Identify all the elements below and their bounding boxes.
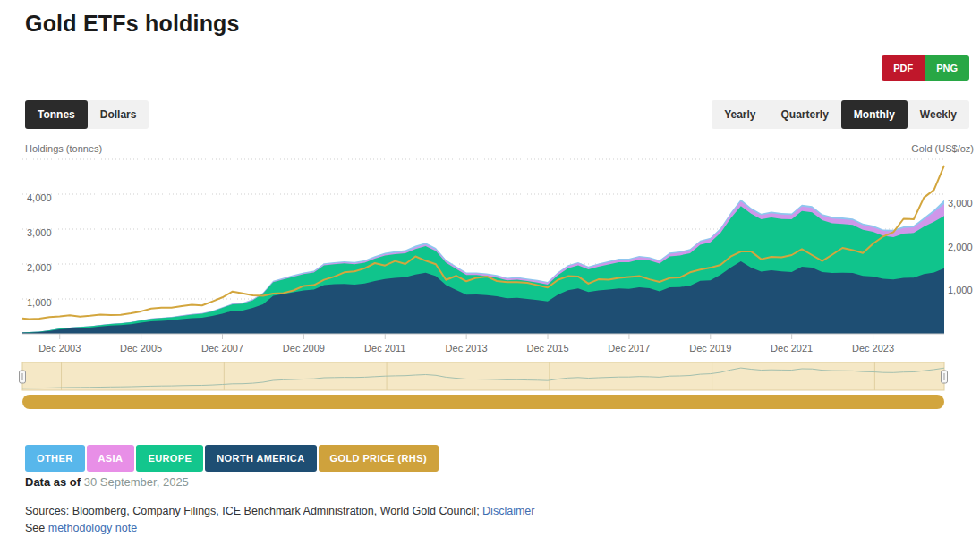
x-axis-tick-label: Dec 2007 [201,343,243,354]
unit-toggle: Tonnes Dollars [25,100,149,129]
frequency-toggle: Yearly Quarterly Monthly Weekly [712,100,969,129]
legend-item-europe[interactable]: EUROPE [136,445,203,472]
legend-item-other[interactable]: OTHER [25,445,85,472]
legend-item-gold-price[interactable]: GOLD PRICE (RHS) [319,445,439,472]
chart-legend: OTHER ASIA EUROPE NORTH AMERICA GOLD PRI… [25,445,439,472]
left-axis-tick-label: 1,000 [27,297,52,308]
toggle-weekly[interactable]: Weekly [908,100,969,129]
toggle-quarterly[interactable]: Quarterly [769,100,841,129]
x-axis-tick-label: Dec 2011 [364,343,405,354]
x-axis-tick-label: Dec 2005 [120,343,162,354]
x-axis-tick-label: Dec 2013 [446,343,488,354]
disclaimer-link[interactable]: Disclaimer [482,505,534,517]
data-as-of-label: Data as of [25,475,84,489]
right-axis-tick-label: 3,000 [948,198,973,209]
area-north-america [22,261,944,334]
x-axis-tick-label: Dec 2021 [771,343,813,354]
toggle-tonnes[interactable]: Tonnes [25,100,88,129]
right-axis-tick-label: 1,000 [948,285,973,295]
data-as-of-line: Data as of 30 September, 2025 [25,475,189,489]
x-axis-tick-label: Dec 2017 [608,343,650,354]
right-axis-tick-label: 2,000 [948,242,973,252]
see-text: See [25,522,48,534]
export-buttons: PDF PNG [882,55,969,81]
methodology-note-link[interactable]: methodology note [48,522,137,534]
gold-etfs-holdings-page: Gold ETFs holdings PDF PNG Tonnes Dollar… [0,0,980,537]
sources-text: Sources: Bloomberg, Company Filings, ICE… [25,505,482,517]
left-axis-tick-label: 4,000 [27,192,52,203]
export-pdf-button[interactable]: PDF [882,55,925,81]
data-as-of-date: 30 September, 2025 [84,475,189,489]
toggle-monthly[interactable]: Monthly [841,100,908,129]
toggle-yearly[interactable]: Yearly [712,100,768,129]
chart-scrollbar[interactable] [22,395,944,409]
methodology-line: See methodology note [25,522,137,534]
x-axis-tick-label: Dec 2003 [38,343,81,354]
left-axis-tick-label: 2,000 [27,262,52,273]
export-png-button[interactable]: PNG [925,55,969,81]
left-axis-title: Holdings (tonnes) [25,143,102,154]
legend-item-north-america[interactable]: NORTH AMERICA [205,445,316,472]
sources-line: Sources: Bloomberg, Company Filings, ICE… [25,505,534,517]
x-axis-tick-label: Dec 2023 [852,343,894,354]
x-axis-tick-label: Dec 2009 [283,343,325,354]
right-axis-title: Gold (US$/oz) [911,143,974,154]
toggle-dollars[interactable]: Dollars [88,100,149,129]
legend-item-asia[interactable]: ASIA [87,445,135,472]
x-axis-tick-label: Dec 2019 [689,343,731,354]
left-axis-tick-label: 3,000 [27,227,52,238]
x-axis-tick-label: Dec 2015 [526,343,568,354]
